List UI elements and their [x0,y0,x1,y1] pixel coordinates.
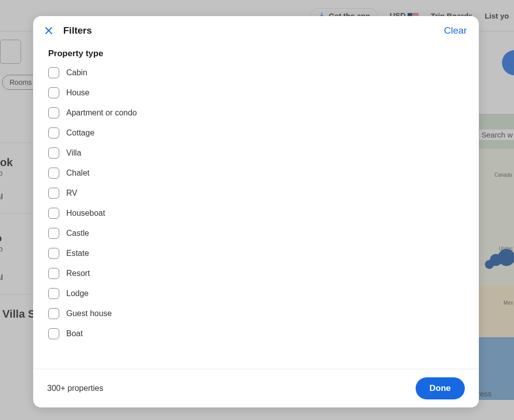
property-type-option-resort[interactable]: Resort [48,263,464,284]
property-type-option-rv[interactable]: RV [48,183,464,203]
option-label: Cabin [66,68,87,77]
checkbox-icon[interactable] [48,168,59,179]
done-button[interactable]: Done [416,377,465,399]
checkbox-icon[interactable] [48,67,59,78]
property-type-heading: Property type [48,49,464,59]
option-label: House [66,88,89,97]
checkbox-icon[interactable] [48,268,59,279]
checkbox-icon[interactable] [48,248,59,259]
option-label: Houseboat [66,209,105,218]
option-label: Resort [66,269,90,278]
property-type-option-cabin[interactable]: Cabin [48,63,464,83]
checkbox-icon[interactable] [48,127,59,138]
checkbox-icon[interactable] [48,228,59,239]
option-label: Cottage [66,128,94,137]
option-label: Estate [66,249,89,258]
checkbox-icon[interactable] [48,208,59,219]
checkbox-icon[interactable] [48,328,59,339]
option-label: Apartment or condo [66,108,137,117]
option-label: Boat [66,329,83,338]
option-label: Chalet [66,169,89,178]
checkbox-icon[interactable] [48,308,59,319]
option-label: Guest house [66,309,112,318]
clear-button[interactable]: Clear [444,25,467,36]
option-label: Lodge [66,289,89,298]
property-type-option-guest-house[interactable]: Guest house [48,304,464,324]
modal-header: Filters Clear [33,16,479,45]
option-label: RV [66,189,77,198]
property-type-option-cottage[interactable]: Cottage [48,123,464,143]
result-count: 300+ properties [47,384,103,393]
property-type-option-houseboat[interactable]: Houseboat [48,203,464,223]
property-type-option-villa[interactable]: Villa [48,143,464,163]
modal-body[interactable]: Property type Cabin House Apartment or c… [33,45,479,369]
property-type-option-lodge[interactable]: Lodge [48,284,464,304]
option-label: Castle [66,229,89,238]
property-type-option-boat[interactable]: Boat [48,324,464,344]
modal-title: Filters [63,25,444,36]
property-type-option-apartment-or-condo[interactable]: Apartment or condo [48,103,464,123]
property-type-option-castle[interactable]: Castle [48,223,464,243]
close-icon[interactable] [43,25,54,36]
property-type-option-estate[interactable]: Estate [48,243,464,263]
property-type-option-house[interactable]: House [48,83,464,103]
option-label: Villa [66,149,81,158]
filters-modal: Filters Clear Property type Cabin House … [33,16,479,407]
checkbox-icon[interactable] [48,148,59,159]
checkbox-icon[interactable] [48,188,59,199]
modal-footer: 300+ properties Done [33,369,479,407]
property-type-option-chalet[interactable]: Chalet [48,163,464,183]
checkbox-icon[interactable] [48,288,59,299]
checkbox-icon[interactable] [48,107,59,118]
checkbox-icon[interactable] [48,87,59,98]
